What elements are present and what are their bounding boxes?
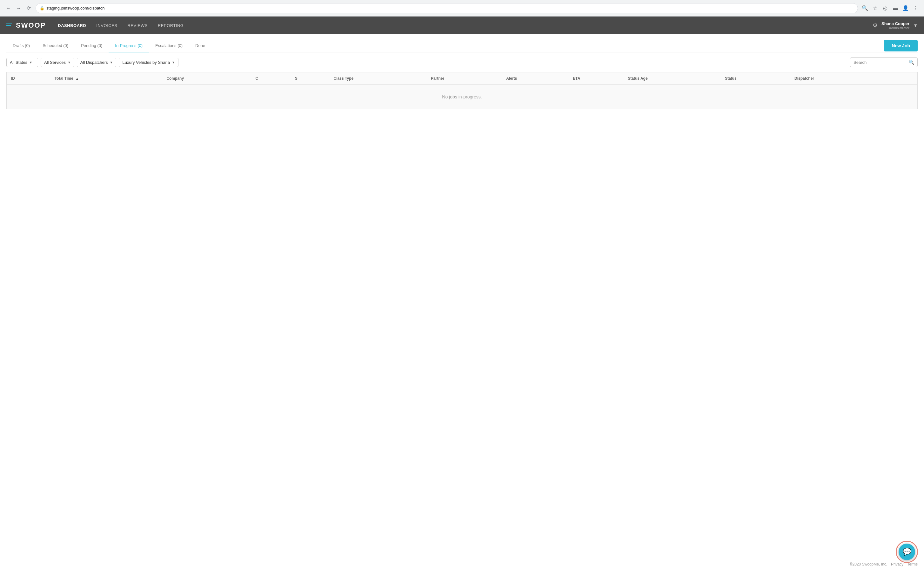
column-company: Company: [162, 72, 251, 85]
tabs-bar: Drafts (0) Scheduled (0) Pending (0) In-…: [6, 40, 918, 52]
services-filter-chevron-icon: ▼: [68, 61, 71, 64]
forward-button[interactable]: →: [14, 4, 23, 13]
browser-nav-buttons: ← → ⟳: [4, 4, 33, 13]
column-alerts: Alerts: [502, 72, 568, 85]
new-job-button[interactable]: New Job: [884, 40, 918, 52]
jobs-table: ID Total Time ▲ Company C S Class Type P…: [6, 72, 918, 109]
search-input[interactable]: [854, 60, 907, 65]
sort-arrow-icon: ▲: [76, 77, 79, 80]
dispatchers-filter-chevron-icon: ▼: [110, 61, 113, 64]
reload-button[interactable]: ⟳: [24, 4, 33, 13]
app-nav: SWOOP DASHBOARD INVOICES REVIEWS REPORTI…: [0, 17, 924, 34]
states-filter[interactable]: All States ▼: [6, 58, 38, 67]
column-c: C: [251, 72, 290, 85]
screenshot-icon[interactable]: ◎: [881, 4, 890, 13]
logo-line-1: [6, 23, 12, 24]
logo-line-3: [6, 27, 12, 27]
nav-link-reporting[interactable]: REPORTING: [153, 21, 188, 30]
empty-state-message: No jobs in-progress.: [7, 85, 918, 109]
column-actions: [887, 72, 918, 85]
column-class-type: Class Type: [329, 72, 426, 85]
browser-action-buttons: 🔍 ☆ ◎ ▬ 👤 ⋮: [860, 4, 920, 13]
profile-icon[interactable]: 👤: [901, 4, 910, 13]
user-info[interactable]: Shana Cooper Administrator: [881, 21, 909, 30]
address-bar[interactable]: 🔒 staging.joinswoop.com/dispatch: [36, 3, 858, 13]
main-content: Drafts (0) Scheduled (0) Pending (0) In-…: [0, 34, 924, 114]
search-icon[interactable]: 🔍: [860, 4, 869, 13]
search-container: 🔍: [850, 58, 918, 67]
nav-links: DASHBOARD INVOICES REVIEWS REPORTING: [53, 21, 872, 30]
menu-icon[interactable]: ⋮: [911, 4, 920, 13]
user-menu-chevron-icon[interactable]: ▼: [913, 23, 918, 28]
column-id: ID: [7, 72, 50, 85]
user-name: Shana Cooper: [881, 21, 909, 26]
dispatchers-filter-label: All Dispatchers: [81, 60, 108, 65]
nav-link-reviews[interactable]: REVIEWS: [123, 21, 152, 30]
tab-scheduled[interactable]: Scheduled (0): [36, 40, 74, 52]
states-filter-chevron-icon: ▼: [29, 61, 32, 64]
services-filter-label: All Services: [44, 60, 66, 65]
search-button[interactable]: 🔍: [909, 60, 914, 65]
services-filter[interactable]: All Services ▼: [41, 58, 74, 67]
company-filter[interactable]: Luxury Vehicles by Shana ▼: [119, 58, 178, 67]
browser-chrome: ← → ⟳ 🔒 staging.joinswoop.com/dispatch 🔍…: [0, 0, 924, 17]
extensions-icon[interactable]: ▬: [891, 4, 900, 13]
column-total-time[interactable]: Total Time ▲: [50, 72, 162, 85]
tab-in-progress[interactable]: In-Progress (0): [109, 40, 149, 52]
logo-area[interactable]: SWOOP: [6, 21, 46, 29]
column-partner: Partner: [426, 72, 502, 85]
filters-row: All States ▼ All Services ▼ All Dispatch…: [6, 58, 918, 67]
column-status: Status: [720, 72, 790, 85]
column-eta: ETA: [568, 72, 623, 85]
company-filter-label: Luxury Vehicles by Shana: [122, 60, 170, 65]
nav-link-invoices[interactable]: INVOICES: [92, 21, 122, 30]
back-button[interactable]: ←: [4, 4, 13, 13]
tab-drafts[interactable]: Drafts (0): [6, 40, 36, 52]
user-role: Administrator: [889, 26, 909, 30]
nav-link-dashboard[interactable]: DASHBOARD: [53, 21, 91, 30]
bookmark-icon[interactable]: ☆: [871, 4, 880, 13]
settings-gear-icon[interactable]: ⚙: [872, 22, 878, 29]
url-text: staging.joinswoop.com/dispatch: [46, 6, 105, 11]
table-body: No jobs in-progress.: [7, 85, 918, 109]
logo-line-2: [6, 25, 11, 26]
tab-pending[interactable]: Pending (0): [74, 40, 109, 52]
column-status-age: Status Age: [623, 72, 720, 85]
tabs-list: Drafts (0) Scheduled (0) Pending (0) In-…: [6, 40, 211, 52]
table-header: ID Total Time ▲ Company C S Class Type P…: [7, 72, 918, 85]
logo-lines-icon: [6, 23, 12, 27]
column-dispatcher: Dispatcher: [790, 72, 887, 85]
states-filter-label: All States: [10, 60, 27, 65]
dispatchers-filter[interactable]: All Dispatchers ▼: [77, 58, 117, 67]
table-header-row: ID Total Time ▲ Company C S Class Type P…: [7, 72, 918, 85]
lock-icon: 🔒: [40, 6, 44, 11]
logo-text: SWOOP: [16, 21, 46, 29]
nav-right: ⚙ Shana Cooper Administrator ▼: [872, 21, 918, 30]
company-filter-chevron-icon: ▼: [172, 61, 175, 64]
tab-done[interactable]: Done: [189, 40, 211, 52]
empty-state-row: No jobs in-progress.: [7, 85, 918, 109]
tab-escalations[interactable]: Escalations (0): [149, 40, 189, 52]
column-s: S: [290, 72, 329, 85]
